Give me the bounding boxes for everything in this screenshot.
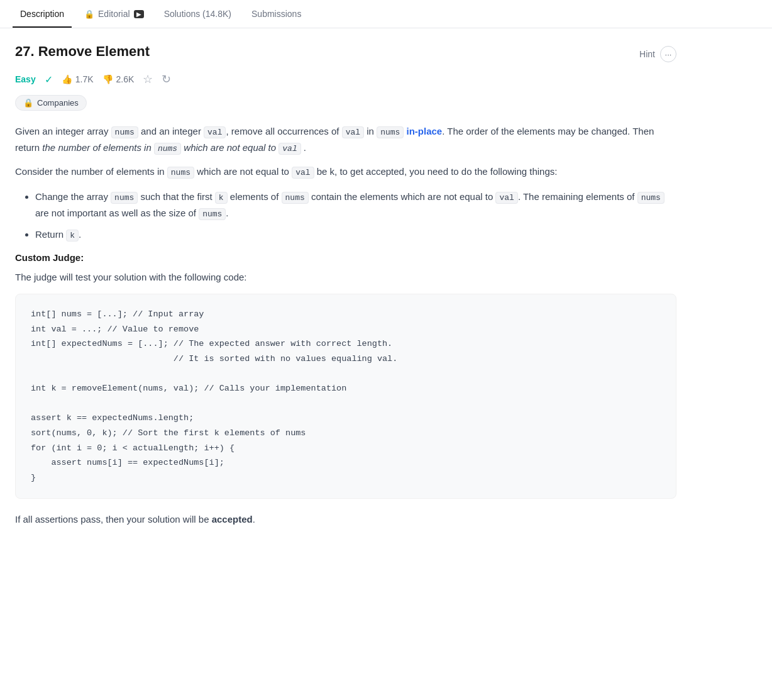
lock-icon: 🔒 xyxy=(84,9,94,19)
code-nums-b2: nums xyxy=(282,192,309,204)
hint-button[interactable]: ··· xyxy=(660,46,676,62)
code-val-3: val xyxy=(292,167,314,179)
meta-row: Easy ✓ 👍 1.7K 👎 2.6K ☆ ↻ xyxy=(15,72,676,86)
code-val-italic: val xyxy=(278,143,301,155)
refresh-icon[interactable]: ↻ xyxy=(162,72,171,86)
hint-area: Hint ··· xyxy=(639,46,676,62)
dislikes-count: 2.6K xyxy=(116,74,135,84)
problem-title-dot: . xyxy=(30,43,38,59)
custom-judge-title: Custom Judge: xyxy=(15,252,676,263)
main-content: 27. Remove Element Hint ··· Easy ✓ 👍 1.7… xyxy=(0,28,692,552)
description-para1: Given an integer array nums and an integ… xyxy=(15,123,676,156)
solved-check-icon: ✓ xyxy=(45,74,53,86)
code-block-content: int[] nums = [...]; // Input array int v… xyxy=(31,309,397,482)
code-nums-1: nums xyxy=(111,126,138,138)
italic-text-1: the number of elements in xyxy=(42,142,154,153)
bullet-item-2: Return k. xyxy=(35,226,676,243)
code-nums-2: nums xyxy=(377,126,404,138)
thumbs-down-icon: 👎 xyxy=(102,74,113,84)
tab-solutions-label: Solutions (14.8K) xyxy=(164,9,231,19)
hint-ellipsis-icon: ··· xyxy=(665,50,672,59)
description-block: Given an integer array nums and an integ… xyxy=(15,123,676,180)
final-text-after: . xyxy=(253,514,255,525)
companies-lock-icon: 🔒 xyxy=(23,98,33,108)
likes-count: 1.7K xyxy=(75,74,94,84)
problem-title: 27. Remove Element xyxy=(15,43,150,60)
companies-label: Companies xyxy=(37,98,79,108)
judge-intro: The judge will test your solution with t… xyxy=(15,269,676,286)
final-text-bold: accepted xyxy=(212,514,253,525)
final-text-before: If all assertions pass, then your soluti… xyxy=(15,514,212,525)
code-nums-b4: nums xyxy=(199,208,226,220)
problem-title-text: Remove Element xyxy=(38,43,150,59)
tab-description[interactable]: Description xyxy=(13,0,72,28)
code-val-1: val xyxy=(204,126,226,138)
final-text: If all assertions pass, then your soluti… xyxy=(15,511,676,528)
description-para2: Consider the number of elements in nums … xyxy=(15,164,676,180)
tab-solutions[interactable]: Solutions (14.8K) xyxy=(157,0,239,28)
title-row: 27. Remove Element Hint ··· xyxy=(15,43,676,62)
code-nums-3: nums xyxy=(167,167,194,179)
hint-label: Hint xyxy=(639,49,655,59)
bullet-list: Change the array nums such that the firs… xyxy=(15,189,676,243)
likes-button[interactable]: 👍 1.7K xyxy=(62,74,94,84)
in-place-link[interactable]: in-place xyxy=(407,126,443,136)
companies-badge[interactable]: 🔒 Companies xyxy=(15,95,87,111)
code-val-2: val xyxy=(342,126,364,138)
italic-text-2: which are not equal to xyxy=(181,142,278,153)
tab-submissions[interactable]: Submissions xyxy=(244,0,309,28)
code-val-b1: val xyxy=(495,192,517,204)
code-block: int[] nums = [...]; // Input array int v… xyxy=(15,294,676,499)
thumbs-up-icon: 👍 xyxy=(62,74,72,84)
tab-editorial[interactable]: 🔒 Editorial ▶ xyxy=(77,0,152,28)
dislikes-button[interactable]: 👎 2.6K xyxy=(102,74,135,84)
tab-editorial-label: Editorial xyxy=(98,9,130,19)
code-k-b1: k xyxy=(215,192,228,204)
code-nums-b3: nums xyxy=(637,192,664,204)
video-icon: ▶ xyxy=(134,10,144,18)
period-1: . xyxy=(301,142,306,153)
code-nums-italic: nums xyxy=(154,143,181,155)
difficulty-badge: Easy xyxy=(15,74,36,84)
tab-description-label: Description xyxy=(20,9,64,19)
code-k-b2: k xyxy=(66,230,79,242)
code-nums-b1: nums xyxy=(111,192,138,204)
bullet-item-1: Change the array nums such that the firs… xyxy=(35,189,676,221)
tabs-bar: Description 🔒 Editorial ▶ Solutions (14.… xyxy=(0,0,772,28)
star-icon[interactable]: ☆ xyxy=(143,72,153,86)
tab-submissions-label: Submissions xyxy=(251,9,301,19)
problem-number: 27 xyxy=(15,43,30,59)
